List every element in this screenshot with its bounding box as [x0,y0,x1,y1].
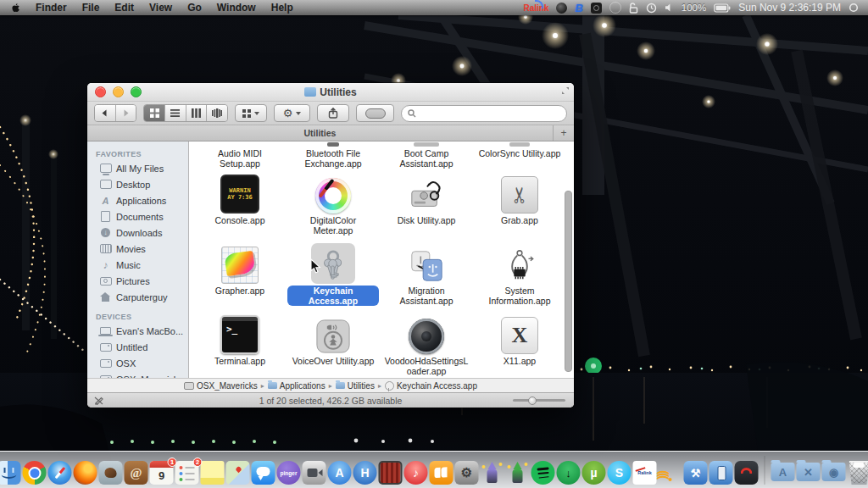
ghost-circle-status-icon[interactable] [609,2,621,14]
sidebar-item-all-my-files[interactable]: All My Files [87,160,188,176]
sidebar-item-music[interactable]: ♪Music [87,257,188,273]
sidebar-item-documents[interactable]: Documents [87,208,188,225]
dock-utorrent[interactable]: µ [582,461,606,485]
tab-utilities[interactable]: Utilities [87,128,553,138]
dock-folder-user[interactable]: ◉ [822,461,846,485]
dock-skype[interactable]: S [608,461,632,485]
app-item-digitalcolor-meter[interactable]: DigitalColor Meter.app [287,170,380,241]
menu-finder[interactable]: Finder [28,0,75,15]
coverflow-view-button[interactable] [206,105,227,121]
sidebar-item-untitled[interactable]: Untitled [87,339,188,355]
app-item-console[interactable]: WARNINAY 7:36 Console.app [193,170,287,241]
menu-window[interactable]: Window [209,0,264,15]
app-item-bluetooth-file-exchange[interactable]: Bluetooth File Exchange.app [287,141,380,170]
time-machine-icon[interactable] [646,3,657,14]
menu-help[interactable]: Help [264,0,301,15]
menu-go[interactable]: Go [180,0,209,15]
dock-h-app[interactable]: H [353,461,377,485]
dock-ios-simulator[interactable] [709,461,733,485]
apple-menu-icon[interactable] [10,3,21,14]
app-item-colorsync-utility[interactable]: ColorSync Utility.app [473,141,566,170]
list-view-button[interactable] [164,105,186,121]
vertical-scrollbar[interactable] [565,191,572,372]
spotlight-icon[interactable] [849,3,860,14]
dock-ralink-utility[interactable]: Ralink [633,461,657,485]
icon-size-slider[interactable] [513,399,565,402]
dock-app-store[interactable]: A [328,461,352,485]
dock-pinger[interactable]: pinger [277,461,301,485]
sidebar-item-osx[interactable]: OSX [87,355,188,371]
sidebar-item-desktop[interactable]: Desktop [87,176,188,192]
dock-wizard-green[interactable] [506,461,530,485]
path-item-utilities[interactable]: Utilities [336,381,375,391]
app-item-system-information[interactable]: System Information.app [473,241,566,311]
knob-status-icon[interactable] [556,3,567,14]
menu-edit[interactable]: Edit [107,0,142,15]
menu-clock[interactable]: Sun Nov 9 2:36:19 PM [738,2,841,14]
new-tab-button[interactable]: + [553,125,574,141]
app-item-grapher[interactable]: Grapher.app [193,241,287,311]
dock-photos-app[interactable] [99,461,123,485]
app-item-voiceover-utility[interactable]: VoiceOver Utility.app [287,311,380,378]
dock-contacts[interactable]: @ [125,461,148,485]
folder-proxy-icon[interactable] [304,87,316,97]
column-view-button[interactable] [186,105,207,121]
path-item-osx-mavericks[interactable]: OSX_Mavericks [184,381,258,391]
sidebar-item-pictures[interactable]: Pictures [87,273,188,289]
menu-file[interactable]: File [75,0,108,15]
dock-xcode[interactable]: ⚒ [684,461,708,485]
dock-reminders[interactable]: 2 [175,461,199,485]
sidebar-item-downloads[interactable]: ↓Downloads [87,225,188,241]
dock-finder[interactable] [0,461,21,485]
dock-folder-utilities[interactable]: ✕ [797,461,821,485]
dock-gears-utility[interactable]: ⚙ [455,461,479,485]
app-item-voodoohda-settings-loader[interactable]: VoodooHdaSettingsLoader.app [380,311,473,378]
dock-wifi-utility[interactable] [659,461,682,485]
dock-folder-applications[interactable]: A [771,461,795,485]
dock-stickies[interactable] [201,461,225,485]
dock-trash[interactable] [848,461,868,485]
app-item-grab[interactable]: ✂ Grab.app [473,170,566,241]
app-item-keychain-access[interactable]: Keychain Access.app [287,241,380,311]
search-field[interactable] [401,105,567,122]
forward-button[interactable] [115,105,136,121]
sidebar-item-carputerguy[interactable]: Carputerguy [87,289,188,305]
app-item-audio-midi-setup[interactable]: Audio MIDI Setup.app [193,141,287,170]
share-button[interactable] [317,104,349,122]
app-item-disk-utility[interactable]: Disk Utility.app [380,170,473,241]
lock-icon[interactable] [629,3,638,14]
app-item-boot-camp-assistant[interactable]: Boot Camp Assistant.app [380,141,473,170]
dock-spotify-downloader[interactable]: ↓ [557,461,581,485]
sidebar-item-evans-macbook[interactable]: Evan's MacBo... [87,323,188,339]
battery-icon[interactable] [714,3,731,13]
dock-photo-booth[interactable] [379,461,403,485]
menu-view[interactable]: View [142,0,180,15]
blue-b-status-icon[interactable]: B [575,2,582,14]
dock-disk-speed-test[interactable] [735,461,759,485]
slider-knob[interactable] [528,396,537,405]
dock-firefox[interactable] [74,461,97,485]
dock-messages[interactable] [252,461,275,485]
square-status-icon[interactable] [591,3,602,14]
search-input[interactable] [420,108,560,119]
sidebar-item-osx-mavericks[interactable]: OSX_Mavericks [87,371,188,378]
fullscreen-icon[interactable] [561,86,570,95]
app-item-migration-assistant[interactable]: Migration Assistant.app [380,241,473,311]
app-item-terminal[interactable]: >_ Terminal.app [193,311,287,378]
ralink-status-item[interactable]: Ralink [523,3,548,13]
path-item-keychain-access[interactable]: Keychain Access.app [385,381,477,391]
volume-icon[interactable] [665,3,674,13]
app-item-x11[interactable]: X X11.app [473,311,566,378]
tags-button[interactable] [356,104,394,122]
dock-spotify[interactable] [531,461,555,485]
sidebar-item-applications[interactable]: AApplications [87,192,188,208]
dock-ibooks[interactable] [430,461,453,485]
dock-facetime[interactable] [303,461,326,485]
sidebar-item-movies[interactable]: Movies [87,241,188,257]
back-button[interactable] [95,105,115,121]
dock-wizard-purple[interactable] [481,461,504,485]
icon-view[interactable]: Audio MIDI Setup.app Bluetooth File Exch… [189,141,574,378]
arrange-button[interactable] [235,104,267,122]
icon-view-button[interactable] [144,105,164,121]
path-item-applications[interactable]: Applications [268,381,326,391]
